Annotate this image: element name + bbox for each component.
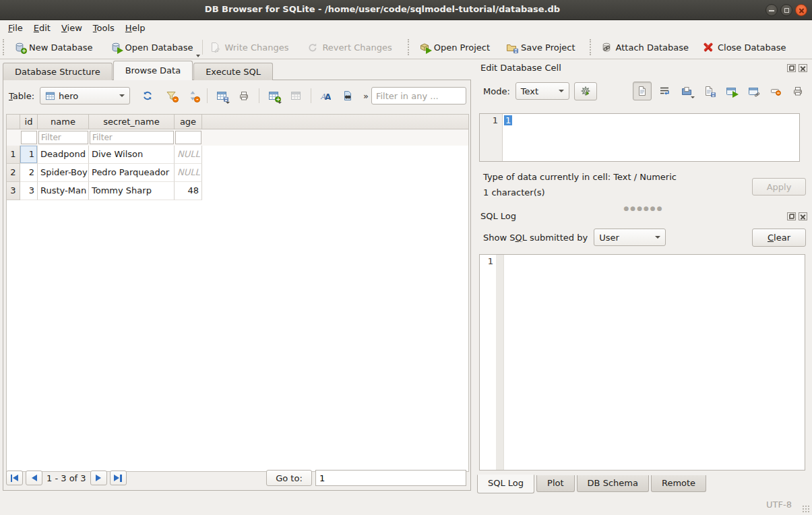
mode-select-value: Text bbox=[521, 86, 538, 96]
toolbar-grip[interactable] bbox=[590, 39, 594, 55]
last-page-button[interactable] bbox=[110, 471, 127, 485]
menu-tools[interactable]: Tools bbox=[88, 22, 120, 34]
save-project-button[interactable]: Save Project bbox=[501, 39, 580, 55]
column-header-id[interactable]: id bbox=[20, 115, 38, 129]
tab-execute-sql[interactable]: Execute SQL bbox=[193, 63, 273, 80]
export-data-button[interactable] bbox=[699, 82, 718, 100]
first-page-button[interactable] bbox=[6, 471, 23, 485]
toolbar-overflow-chevron[interactable]: » bbox=[363, 91, 369, 101]
cell-secret-name[interactable]: Tommy Sharp bbox=[89, 182, 175, 200]
close-database-button[interactable]: Close Database bbox=[699, 40, 791, 55]
filter-input-age[interactable] bbox=[175, 131, 201, 144]
text-mode-button[interactable] bbox=[633, 82, 652, 100]
print-cell-button[interactable] bbox=[788, 82, 807, 100]
resize-grip[interactable] bbox=[802, 505, 810, 513]
tab-browse-data[interactable]: Browse Data bbox=[113, 61, 193, 80]
filter-any-input[interactable] bbox=[371, 87, 466, 104]
refresh-button[interactable] bbox=[139, 87, 156, 104]
open-external-button[interactable] bbox=[722, 82, 741, 100]
open-project-button[interactable]: Open Project bbox=[414, 39, 495, 55]
new-database-icon: + bbox=[14, 42, 25, 53]
tab-sql-log[interactable]: SQL Log bbox=[477, 475, 534, 493]
cell-secret-name[interactable]: Pedro Parqueador bbox=[89, 164, 175, 182]
tab-db-schema[interactable]: DB Schema bbox=[577, 475, 649, 492]
splitter-handle[interactable]: ●●●●●● bbox=[475, 205, 812, 212]
cell-name[interactable]: Rusty-Man bbox=[38, 182, 89, 200]
new-database-button[interactable]: + New Database bbox=[9, 39, 98, 55]
float-dock-icon[interactable] bbox=[787, 64, 796, 72]
set-null-button[interactable] bbox=[766, 82, 785, 100]
cell-name[interactable]: Deadpond bbox=[38, 146, 89, 164]
import-data-button[interactable] bbox=[677, 82, 696, 100]
auto-apply-button[interactable] bbox=[574, 82, 597, 100]
cell-id[interactable]: 2 bbox=[20, 164, 38, 182]
previous-page-button[interactable] bbox=[26, 471, 42, 485]
menu-view[interactable]: View bbox=[56, 22, 88, 34]
menu-file[interactable]: File bbox=[3, 22, 28, 34]
tab-remote[interactable]: Remote bbox=[651, 475, 706, 492]
close-button[interactable] bbox=[795, 4, 807, 16]
main-toolbar: + New Database Open Database Write Chang… bbox=[0, 36, 812, 59]
sql-log-view[interactable]: 1 bbox=[479, 254, 805, 471]
display-format-button[interactable] bbox=[318, 87, 334, 104]
close-dock-icon[interactable] bbox=[799, 64, 807, 72]
insert-record-button[interactable]: + bbox=[266, 87, 282, 104]
save-results-button[interactable] bbox=[214, 87, 230, 104]
revert-changes-button[interactable]: Revert Changes bbox=[303, 39, 396, 55]
open-database-dropdown[interactable] bbox=[196, 55, 200, 57]
clear-log-button[interactable]: Clear bbox=[752, 229, 806, 247]
write-changes-icon bbox=[210, 42, 220, 53]
import-file-icon bbox=[681, 86, 692, 96]
copy-link-button[interactable] bbox=[744, 82, 763, 100]
write-changes-button[interactable]: Write Changes bbox=[205, 39, 293, 55]
cell-age[interactable]: 48 bbox=[175, 182, 202, 200]
submitted-by-select[interactable]: User bbox=[594, 229, 666, 246]
mode-select[interactable]: Text bbox=[516, 82, 569, 100]
filter-input-id[interactable] bbox=[21, 131, 37, 144]
toolbar-grip[interactable] bbox=[3, 39, 7, 55]
column-header-secret-name[interactable]: secret_name bbox=[89, 115, 175, 129]
clear-sorting-button[interactable]: - bbox=[185, 87, 201, 104]
cell-age[interactable]: NULL bbox=[175, 164, 202, 182]
next-page-button[interactable] bbox=[90, 471, 107, 485]
filter-input-secret-name[interactable] bbox=[90, 131, 174, 144]
row-header[interactable]: 2 bbox=[7, 164, 20, 182]
print-button[interactable] bbox=[236, 87, 252, 104]
edit-cell-title: Edit Database Cell bbox=[480, 63, 561, 73]
log-line-number: 1 bbox=[480, 255, 496, 470]
find-in-table-button[interactable] bbox=[340, 87, 356, 104]
cell-id[interactable]: 1 bbox=[20, 146, 38, 164]
type-of-data-text: Type of data currently in cell: Text / N… bbox=[483, 169, 677, 185]
tab-plot[interactable]: Plot bbox=[536, 475, 575, 492]
apply-button[interactable]: Apply bbox=[752, 178, 806, 195]
cell-secret-name[interactable]: Dive Wilson bbox=[89, 146, 175, 164]
cell-name[interactable]: Spider-Boy bbox=[38, 164, 89, 182]
row-header[interactable]: 3 bbox=[7, 182, 20, 200]
open-database-button[interactable]: Open Database bbox=[106, 39, 198, 55]
table-select[interactable]: hero bbox=[40, 87, 130, 104]
grid-corner[interactable] bbox=[7, 115, 20, 129]
column-header-age[interactable]: age bbox=[175, 115, 202, 129]
tab-database-structure[interactable]: Database Structure bbox=[3, 63, 113, 80]
maximize-button[interactable] bbox=[780, 4, 792, 16]
cell-id[interactable]: 3 bbox=[20, 182, 38, 200]
float-dock-icon[interactable] bbox=[787, 212, 796, 220]
cell-editor[interactable]: 1 1 bbox=[479, 113, 800, 162]
attach-database-button[interactable]: Attach Database bbox=[596, 39, 693, 55]
set-null-icon bbox=[770, 86, 781, 96]
goto-input[interactable] bbox=[315, 470, 466, 486]
menu-help[interactable]: Help bbox=[120, 22, 151, 34]
filter-input-name[interactable] bbox=[38, 131, 88, 144]
minimize-button[interactable] bbox=[766, 4, 778, 16]
word-wrap-button[interactable] bbox=[655, 82, 674, 100]
column-header-name[interactable]: name bbox=[38, 115, 89, 129]
close-dock-icon[interactable] bbox=[799, 212, 807, 220]
row-header[interactable]: 1 bbox=[7, 146, 20, 164]
delete-record-button[interactable] bbox=[288, 87, 304, 104]
toolbar-grip[interactable] bbox=[408, 39, 412, 55]
save-table-icon bbox=[216, 90, 227, 101]
cell-age[interactable]: NULL bbox=[175, 146, 202, 164]
clear-filters-button[interactable]: - bbox=[163, 87, 179, 104]
menu-edit[interactable]: Edit bbox=[28, 22, 56, 34]
goto-button[interactable]: Go to: bbox=[266, 470, 312, 486]
